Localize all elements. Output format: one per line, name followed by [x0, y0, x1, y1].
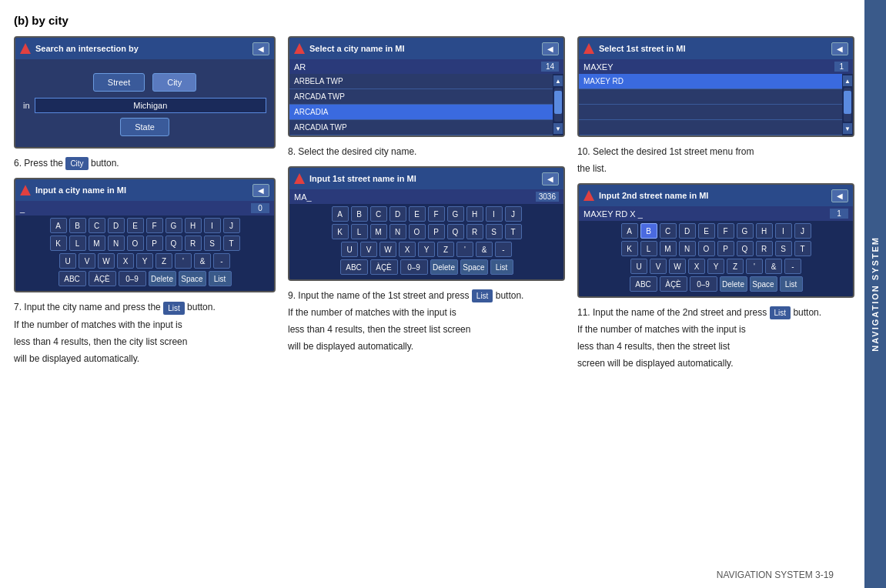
key-ma[interactable]: A	[332, 206, 349, 222]
key-i[interactable]: I	[204, 218, 221, 233]
key-rp[interactable]: P	[717, 241, 734, 256]
key-n[interactable]: N	[108, 236, 125, 251]
key-mspace[interactable]: Space	[460, 259, 488, 275]
key-mapos[interactable]: '	[456, 242, 473, 257]
street-button[interactable]: Street	[93, 73, 145, 92]
key-s[interactable]: S	[204, 236, 221, 251]
key-re[interactable]: E	[698, 223, 715, 239]
key-t[interactable]: T	[223, 236, 240, 251]
key-o[interactable]: O	[127, 236, 144, 251]
key-y[interactable]: Y	[136, 253, 153, 269]
key-my[interactable]: Y	[418, 242, 435, 257]
key-mp[interactable]: P	[428, 224, 445, 239]
key-space[interactable]: Space	[179, 271, 206, 286]
key-ms[interactable]: S	[486, 224, 503, 239]
key-c[interactable]: C	[89, 218, 105, 233]
key-rdelete[interactable]: Delete	[720, 276, 747, 292]
back-button-city-input[interactable]: ◀	[252, 184, 269, 197]
key-x[interactable]: X	[117, 253, 134, 269]
key-abc[interactable]: ABC	[59, 271, 86, 286]
state-value[interactable]: Michigan	[35, 98, 266, 113]
key-ru[interactable]: U	[630, 259, 647, 274]
key-h[interactable]: H	[185, 218, 202, 233]
key-m[interactable]: M	[89, 236, 105, 251]
key-rm[interactable]: M	[660, 241, 677, 256]
key-q[interactable]: Q	[165, 236, 182, 251]
key-rn[interactable]: N	[679, 241, 696, 256]
key-rz[interactable]: Z	[727, 259, 744, 274]
key-ry[interactable]: Y	[707, 259, 724, 274]
key-k[interactable]: K	[50, 236, 67, 251]
key-rx[interactable]: X	[688, 259, 705, 274]
key-md[interactable]: D	[390, 206, 406, 222]
key-mo[interactable]: O	[409, 224, 426, 239]
key-mk[interactable]: K	[332, 224, 349, 239]
key-f[interactable]: F	[146, 218, 163, 233]
key-mw[interactable]: W	[379, 242, 396, 257]
key-mb[interactable]: B	[351, 206, 368, 222]
key-dash[interactable]: -	[213, 253, 230, 269]
key-mq[interactable]: Q	[447, 224, 464, 239]
key-z[interactable]: Z	[155, 253, 172, 269]
key-rv[interactable]: V	[650, 259, 667, 274]
key-mt[interactable]: T	[505, 224, 522, 239]
key-rg[interactable]: G	[737, 223, 754, 239]
scroll-up-arrow[interactable]: ▲	[553, 75, 563, 86]
key-mabc[interactable]: ABC	[340, 259, 368, 275]
city-input-field[interactable]: _	[20, 204, 248, 213]
key-rt[interactable]: T	[794, 241, 811, 256]
city-button-screen1[interactable]: City	[152, 73, 196, 92]
street1-search-field[interactable]: MAXEY	[583, 62, 831, 72]
key-list[interactable]: List	[209, 271, 232, 286]
street1-input-field[interactable]: MA_	[294, 192, 533, 202]
back-button-street1-list[interactable]: ◀	[831, 42, 848, 55]
key-rapos[interactable]: '	[746, 259, 763, 274]
scroll-down-arrow[interactable]: ▼	[553, 123, 563, 134]
street2-input-field[interactable]: MAXEY RD X _	[583, 209, 827, 219]
key-ml[interactable]: L	[351, 224, 368, 239]
list-item[interactable]: ARCADIA TWP	[289, 120, 553, 135]
key-mi[interactable]: I	[486, 206, 503, 222]
key-rl[interactable]: L	[640, 241, 657, 256]
key-m09[interactable]: 0–9	[400, 259, 428, 275]
key-rlist[interactable]: List	[780, 276, 803, 292]
key-r09[interactable]: 0–9	[690, 276, 717, 292]
key-ro[interactable]: O	[698, 241, 715, 256]
street1-scroll-down[interactable]: ▼	[843, 123, 852, 134]
key-rw[interactable]: W	[669, 259, 686, 274]
key-apos[interactable]: '	[175, 253, 192, 269]
key-accent[interactable]: ÀÇÈ	[89, 271, 116, 286]
key-mh[interactable]: H	[466, 206, 483, 222]
key-mn[interactable]: N	[390, 224, 406, 239]
key-g[interactable]: G	[165, 218, 182, 233]
key-mz[interactable]: Z	[437, 242, 454, 257]
key-rj[interactable]: J	[794, 223, 811, 239]
key-mx[interactable]: X	[399, 242, 416, 257]
back-button-city-list[interactable]: ◀	[542, 42, 559, 55]
key-rdash[interactable]: -	[784, 259, 801, 274]
street1-scroll-up[interactable]: ▲	[843, 75, 852, 86]
key-rh[interactable]: H	[756, 223, 773, 239]
key-rc[interactable]: C	[660, 223, 677, 239]
key-09[interactable]: 0–9	[119, 271, 146, 286]
key-b[interactable]: B	[69, 218, 86, 233]
key-ri[interactable]: I	[775, 223, 792, 239]
city-search-field[interactable]: AR	[294, 62, 538, 72]
list-item[interactable]: ARBELA TWP	[289, 74, 553, 89]
key-rk[interactable]: K	[621, 241, 638, 256]
key-u[interactable]: U	[59, 253, 76, 269]
key-ra[interactable]: A	[621, 223, 638, 239]
key-l[interactable]: L	[69, 236, 86, 251]
state-button[interactable]: State	[120, 118, 169, 136]
list-item-maxey-rd[interactable]: MAXEY RD	[579, 74, 842, 89]
key-mu[interactable]: U	[341, 242, 358, 257]
key-raccent[interactable]: ÀÇÈ	[660, 276, 687, 292]
key-w[interactable]: W	[98, 253, 115, 269]
key-mdash[interactable]: -	[495, 242, 512, 257]
key-mr[interactable]: R	[466, 224, 483, 239]
key-rq[interactable]: Q	[737, 241, 754, 256]
key-maccent[interactable]: ÀÇÈ	[370, 259, 398, 275]
key-me[interactable]: E	[409, 206, 426, 222]
back-button-street2[interactable]: ◀	[831, 189, 848, 202]
key-ramp[interactable]: &	[765, 259, 782, 274]
